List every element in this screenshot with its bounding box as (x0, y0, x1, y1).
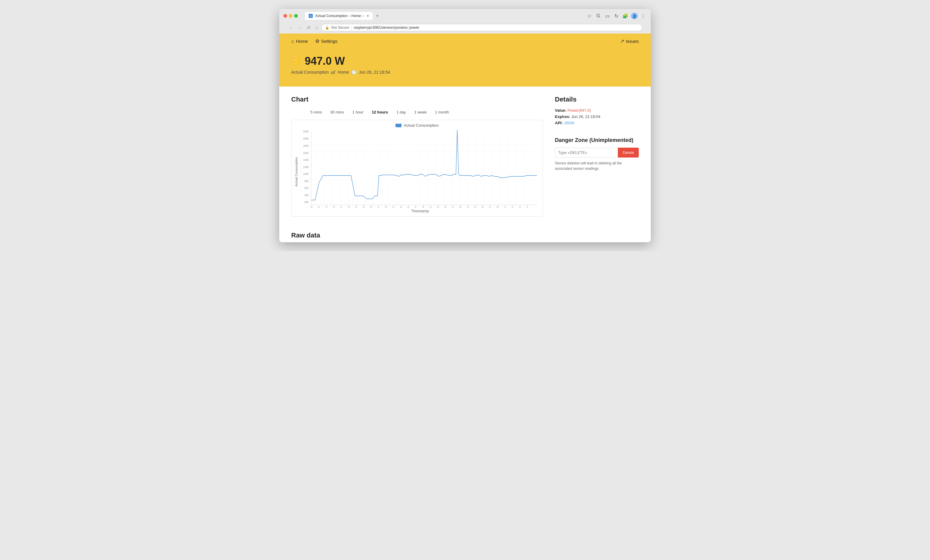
legend-label: Actual Consumption (404, 123, 439, 128)
translate-icon[interactable]: G (595, 12, 602, 19)
hero-meta: Actual Consumption 🛋 Home 🕐 Jun 26, 21:1… (291, 70, 639, 75)
delete-input-row: Delete (555, 148, 639, 157)
y-axis-label: Actual Consumption (294, 157, 298, 186)
timestamp-text: Jun 26, 21:18:54 (359, 70, 390, 75)
power-value: 947.0 W (305, 55, 345, 68)
api-json-link[interactable]: JSON (564, 121, 574, 125)
left-panel: Chart 5 mins 30 mins 1 hour 12 hours 1 d… (291, 95, 543, 217)
hero-value: ⚡ 947.0 W (291, 55, 639, 68)
browser-toolbar-icons: ☆ G ▭ ↻ 🧩 👤 ⋮ (586, 12, 647, 19)
settings-nav-item[interactable]: ⚙ Settings (315, 38, 337, 44)
detail-expires-row: Expires: Jun 26, 21:19:04 (555, 114, 639, 119)
details-title: Details (555, 95, 639, 103)
value-data: Power(947.0) (567, 108, 591, 112)
star-icon[interactable]: ☆ (586, 12, 593, 19)
home-nav-label: Home (296, 38, 308, 44)
nav-left: ⌂ Home ⚙ Settings (291, 38, 337, 44)
browser-tab[interactable]: A Actual Consumption – Home – ✕ (305, 12, 373, 20)
app-content: ⌂ Home ⚙ Settings ↗ Issues ⚡ 947.0 W (279, 34, 651, 242)
delete-button[interactable]: Delete (618, 148, 639, 157)
cast-icon[interactable]: ▭ (604, 12, 611, 19)
time-btn-1hour[interactable]: 1 hour (351, 109, 365, 115)
svg-text:2000: 2000 (303, 137, 309, 140)
menu-icon[interactable]: ⋮ (640, 12, 647, 19)
extensions-icon[interactable]: 🧩 (622, 12, 628, 19)
chart-title: Chart (291, 95, 543, 103)
chart-svg-element: 2200 2000 1800 1600 1400 1200 1000 800 6… (300, 130, 540, 208)
expires-data: Jun 26, 21:19:04 (571, 114, 600, 119)
svg-text:600: 600 (305, 186, 309, 190)
lock-icon: 🔒 (325, 26, 329, 30)
reload-button[interactable]: ↺ (306, 25, 312, 31)
svg-text:1200: 1200 (303, 166, 309, 169)
api-label: API: (555, 121, 563, 125)
issues-nav-item[interactable]: ↗ Issues (620, 38, 639, 44)
svg-text:1600: 1600 (303, 152, 309, 155)
browser-controls: A Actual Consumption – Home – ✕ + ☆ G ▭ … (283, 12, 647, 20)
time-btn-1week[interactable]: 1 week (413, 109, 428, 115)
top-nav: ⌂ Home ⚙ Settings ↗ Issues (279, 34, 651, 49)
close-button[interactable] (283, 14, 287, 18)
home-nav-item[interactable]: ⌂ Home (291, 38, 308, 44)
right-panel: Details Value: Power(947.0) Expires: Jun… (555, 95, 639, 217)
tab-title: Actual Consumption – Home – (315, 14, 364, 18)
tab-close-icon[interactable]: ✕ (366, 14, 369, 18)
danger-zone: Danger Zone (Unimplemented) Delete Senso… (555, 137, 639, 171)
danger-zone-title: Danger Zone (Unimplemented) (555, 137, 639, 143)
sync-icon[interactable]: ↻ (613, 12, 620, 19)
settings-nav-label: Settings (321, 38, 337, 44)
address-bar[interactable]: 🔒 Not Secure | raspberrypi:8081/sensors/… (321, 24, 642, 31)
chart-container: Actual Consumption Actual Consumption (291, 120, 543, 217)
avatar[interactable]: 👤 (631, 12, 637, 19)
couch-icon: 🛋 (331, 70, 335, 75)
time-btn-1month[interactable]: 1 month (434, 109, 450, 115)
danger-note: Sensor deletion will lead to deleting al… (555, 160, 639, 171)
svg-text:1400: 1400 (303, 158, 309, 162)
clock-icon: 🕐 (351, 70, 357, 75)
external-link-icon: ↗ (620, 38, 624, 44)
svg-text:1800: 1800 (303, 145, 309, 148)
chart-area: Actual Consumption (294, 130, 540, 213)
svg-rect-0 (300, 130, 540, 208)
gear-icon: ⚙ (315, 38, 319, 44)
minimize-button[interactable] (289, 14, 293, 18)
plug-icon: ⚡ (291, 56, 302, 66)
sensor-label: Actual Consumption (291, 70, 329, 75)
forward-button[interactable]: → (297, 25, 303, 31)
detail-api-row: API: JSON (555, 121, 639, 125)
tabs-row: A Actual Consumption – Home – ✕ + (305, 12, 584, 20)
home-icon: ⌂ (291, 38, 294, 44)
back-button[interactable]: ← (288, 25, 294, 31)
detail-value-row: Value: Power(947.0) (555, 108, 639, 112)
svg-text:400: 400 (305, 194, 309, 197)
traffic-lights (283, 14, 298, 18)
hero-section: ⚡ 947.0 W Actual Consumption 🛋 Home 🕐 Ju… (279, 49, 651, 86)
issues-nav-label: Issues (626, 38, 639, 44)
time-range-buttons: 5 mins 30 mins 1 hour 12 hours 1 day 1 w… (291, 109, 543, 115)
url-text: raspberrypi:8081/sensors/youless::power (354, 25, 419, 30)
expires-label: Expires: (555, 114, 570, 119)
browser-window: A Actual Consumption – Home – ✕ + ☆ G ▭ … (279, 9, 651, 242)
browser-titlebar: A Actual Consumption – Home – ✕ + ☆ G ▭ … (279, 9, 651, 34)
not-secure-label: Not Secure (331, 25, 349, 30)
time-btn-1day[interactable]: 1 day (395, 109, 407, 115)
nav-right: ↗ Issues (620, 38, 639, 44)
chart-with-xaxis: 2200 2000 1800 1600 1400 1200 1000 800 6… (300, 130, 540, 213)
svg-text:800: 800 (305, 180, 309, 183)
address-separator: | (351, 25, 352, 30)
svg-text:1000: 1000 (303, 172, 309, 176)
new-tab-button[interactable]: + (374, 12, 381, 20)
delete-input-field[interactable] (555, 148, 618, 157)
time-btn-30mins[interactable]: 30 mins (329, 109, 345, 115)
home-nav-button[interactable]: ⌂ (314, 25, 319, 31)
raw-data-title: Raw data (279, 226, 651, 242)
x-axis-label: Timestamp (300, 209, 540, 213)
fullscreen-button[interactable] (294, 14, 298, 18)
browser-addressbar: ← → ↺ ⌂ 🔒 Not Secure | raspberrypi:8081/… (283, 22, 647, 34)
legend-color-swatch (396, 124, 402, 127)
chart-svg: 2200 2000 1800 1600 1400 1200 1000 800 6… (300, 130, 540, 208)
main-content: Chart 5 mins 30 mins 1 hour 12 hours 1 d… (279, 86, 651, 226)
value-label: Value: (555, 108, 566, 112)
time-btn-5mins[interactable]: 5 mins (309, 109, 323, 115)
time-btn-12hours[interactable]: 12 hours (371, 109, 389, 115)
